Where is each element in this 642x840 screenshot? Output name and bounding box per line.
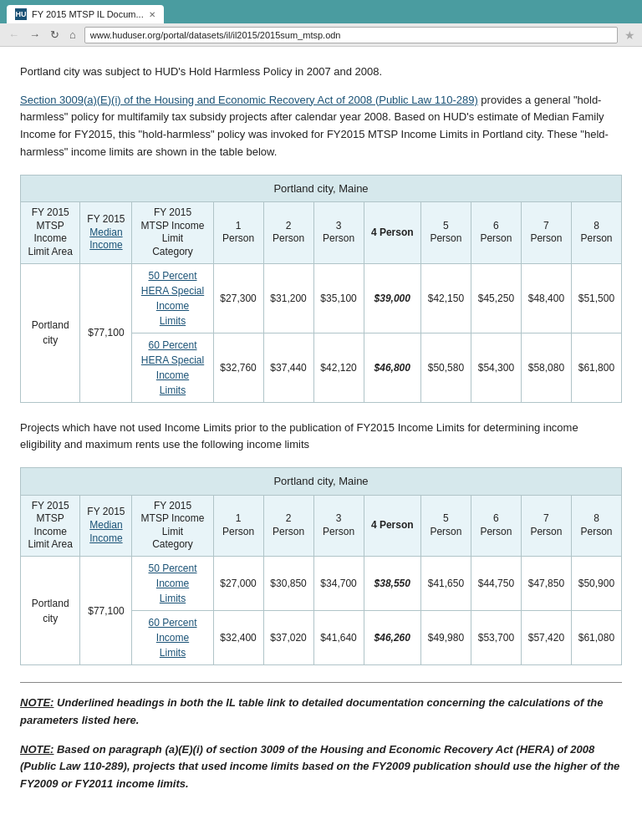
col-header-4person: 4 Person <box>364 202 420 263</box>
table1-r1-1p: $27,300 <box>213 263 263 333</box>
refresh-button[interactable]: ↻ <box>48 28 61 41</box>
tab-close-button[interactable]: ✕ <box>149 10 155 19</box>
note1: NOTE: Underlined headings in both the IL… <box>20 695 622 730</box>
table1-r2-3p: $42,120 <box>313 333 364 402</box>
table2-r2-2p: $37,020 <box>263 611 313 665</box>
table2-r2-3p: $41,640 <box>313 611 364 665</box>
table1-section: Portland city, Maine FY 2015MTSPIncomeLi… <box>20 175 622 403</box>
forward-button[interactable]: → <box>28 28 42 41</box>
table2-r1-5p: $41,650 <box>420 557 471 611</box>
table2-r1-3p: $34,700 <box>313 557 364 611</box>
table1-r2-5p: $50,580 <box>420 333 471 402</box>
table2-r2-6p: $53,700 <box>471 611 521 665</box>
note2-text: Based on paragraph (a)(E)(i) of section … <box>20 743 619 791</box>
table1-title-row: Portland city, Maine <box>21 175 622 202</box>
home-button[interactable]: ⌂ <box>68 28 78 41</box>
table1-r2-7p: $58,080 <box>521 333 571 402</box>
note1-label: NOTE: <box>20 696 54 709</box>
tab-title: FY 2015 MTSP IL Docum... <box>32 9 144 19</box>
table1-r2-8p: $61,800 <box>571 333 621 402</box>
table1-r1-8p: $51,500 <box>571 263 621 333</box>
bookmark-star-icon[interactable]: ★ <box>624 28 635 42</box>
table1-r1-7p: $48,400 <box>521 263 571 333</box>
table2-r1-6p: $44,750 <box>471 557 521 611</box>
tab-bar: HU FY 2015 MTSP IL Docum... ✕ <box>7 0 164 23</box>
body-paragraph: Section 3009(a)(E)(i) of the Housing and… <box>20 92 622 161</box>
table1: Portland city, Maine FY 2015MTSPIncomeLi… <box>20 175 622 403</box>
t2-col-header-6person: 6Person <box>471 495 521 556</box>
t2-col-header-7person: 7Person <box>521 495 571 556</box>
t2-col-header-category: FY 2015MTSP IncomeLimitCategory <box>132 495 213 556</box>
table1-category1: 50 PercentHERA SpecialIncomeLimits <box>132 263 213 333</box>
table1-r1-3p: $35,100 <box>313 263 364 333</box>
table1-area: Portlandcity <box>21 263 80 402</box>
t2-col-header-4person: 4 Person <box>364 495 420 556</box>
table2-r1-2p: $30,850 <box>263 557 313 611</box>
table1-r2-2p: $37,440 <box>263 333 313 402</box>
table2-r2-8p: $61,080 <box>571 611 621 665</box>
intro-text: Portland city was subject to HUD's Hold … <box>20 64 622 80</box>
table1-r1-6p: $45,250 <box>471 263 521 333</box>
col-header-7person: 7Person <box>521 202 571 263</box>
note1-text: Underlined headings in both the IL table… <box>20 696 604 726</box>
col-header-5person: 5Person <box>420 202 471 263</box>
table2-r1-7p: $47,850 <box>521 557 571 611</box>
tab-favicon: HU <box>15 8 27 20</box>
col-header-8person: 8Person <box>571 202 621 263</box>
table2-r2-1p: $32,400 <box>213 611 263 665</box>
table2-section: Portland city, Maine FY 2015MTSPIncomeLi… <box>20 467 622 665</box>
table2-median: $77,100 <box>80 557 132 665</box>
table1-title: Portland city, Maine <box>21 175 622 202</box>
t2-col-header-5person: 5Person <box>420 495 471 556</box>
col-header-median: FY 2015MedianIncome <box>80 202 132 263</box>
table2-r1-4p: $38,550 <box>364 557 420 611</box>
table2-category1: 50 PercentIncomeLimits <box>132 557 213 611</box>
table2-r1-1p: $27,000 <box>213 557 263 611</box>
table1-median: $77,100 <box>80 263 132 402</box>
col-header-1person: 1Person <box>213 202 263 263</box>
table2-title: Portland city, Maine <box>21 468 622 496</box>
table2-r2-5p: $49,980 <box>420 611 471 665</box>
table2-title-row: Portland city, Maine <box>21 468 622 496</box>
col-header-2person: 2Person <box>263 202 313 263</box>
table1-r1-5p: $42,150 <box>420 263 471 333</box>
table1-category2: 60 PercentHERA SpecialIncomeLimits <box>132 333 213 402</box>
browser-chrome: HU FY 2015 MTSP IL Docum... ✕ <box>0 0 642 23</box>
browser-tab[interactable]: HU FY 2015 MTSP IL Docum... ✕ <box>7 5 164 23</box>
table2-area: Portlandcity <box>21 557 80 665</box>
t2-col-header-8person: 8Person <box>571 495 621 556</box>
table2-row1: Portlandcity $77,100 50 PercentIncomeLim… <box>21 557 622 611</box>
table2-r1-8p: $50,900 <box>571 557 621 611</box>
note2: NOTE: Based on paragraph (a)(E)(i) of se… <box>20 741 622 793</box>
t2-col-header-3person: 3Person <box>313 495 364 556</box>
hera-link[interactable]: Section 3009(a)(E)(i) of the Housing and… <box>20 94 478 106</box>
address-bar-row: ← → ↻ ⌂ ★ <box>0 23 642 47</box>
table1-r2-1p: $32,760 <box>213 333 263 402</box>
table2: Portland city, Maine FY 2015MTSPIncomeLi… <box>20 467 622 665</box>
col-header-area: FY 2015MTSPIncomeLimit Area <box>21 202 80 263</box>
t2-col-header-2person: 2Person <box>263 495 313 556</box>
table1-r1-4p: $39,000 <box>364 263 420 333</box>
table2-header-row: FY 2015MTSPIncomeLimit Area FY 2015Media… <box>21 495 622 556</box>
t2-col-header-1person: 1Person <box>213 495 263 556</box>
table2-r2-7p: $57,420 <box>521 611 571 665</box>
col-header-category: FY 2015MTSP IncomeLimitCategory <box>132 202 213 263</box>
notes-section: NOTE: Underlined headings in both the IL… <box>20 682 622 793</box>
note2-label: NOTE: <box>20 743 54 756</box>
col-header-3person: 3Person <box>313 202 364 263</box>
t2-col-header-median: FY 2015MedianIncome <box>80 495 132 556</box>
page-content: Portland city was subject to HUD's Hold … <box>0 47 642 822</box>
table2-category2: 60 PercentIncomeLimits <box>132 611 213 665</box>
table1-row1: Portlandcity $77,100 50 PercentHERA Spec… <box>21 263 622 333</box>
table1-r2-4p: $46,800 <box>364 333 420 402</box>
table1-r1-2p: $31,200 <box>263 263 313 333</box>
table1-r2-6p: $54,300 <box>471 333 521 402</box>
address-input[interactable] <box>84 27 618 43</box>
table2-r2-4p: $46,260 <box>364 611 420 665</box>
between-tables-text: Projects which have not used Income Limi… <box>20 420 622 455</box>
table1-header-row: FY 2015MTSPIncomeLimit Area FY 2015Media… <box>21 202 622 263</box>
col-header-6person: 6Person <box>471 202 521 263</box>
t2-col-header-area: FY 2015MTSPIncomeLimit Area <box>21 495 80 556</box>
back-button[interactable]: ← <box>7 28 21 41</box>
